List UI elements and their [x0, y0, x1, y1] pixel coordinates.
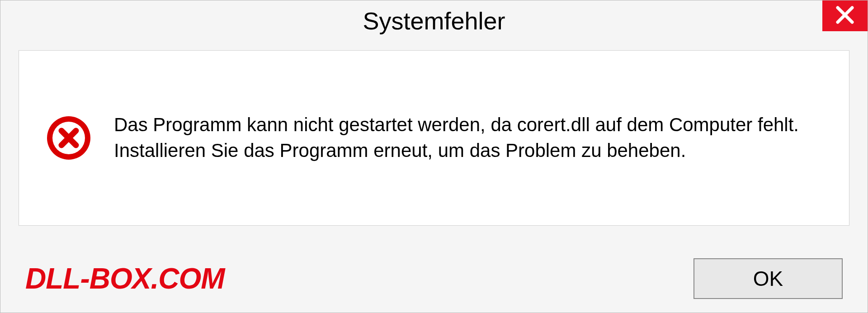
message-panel: Das Programm kann nicht gestartet werden… — [19, 50, 849, 226]
close-button[interactable] — [822, 0, 868, 31]
dialog-footer: DLL-BOX.COM OK — [0, 245, 868, 313]
error-icon — [46, 115, 91, 161]
close-icon — [835, 5, 855, 27]
dialog-title: Systemfehler — [363, 7, 505, 35]
watermark-text: DLL-BOX.COM — [25, 262, 225, 295]
title-bar: Systemfehler — [0, 0, 868, 41]
ok-button[interactable]: OK — [693, 258, 843, 299]
error-dialog: Systemfehler Das Programm kann nicht ges… — [0, 0, 868, 313]
error-message: Das Programm kann nicht gestartet werden… — [114, 112, 822, 163]
